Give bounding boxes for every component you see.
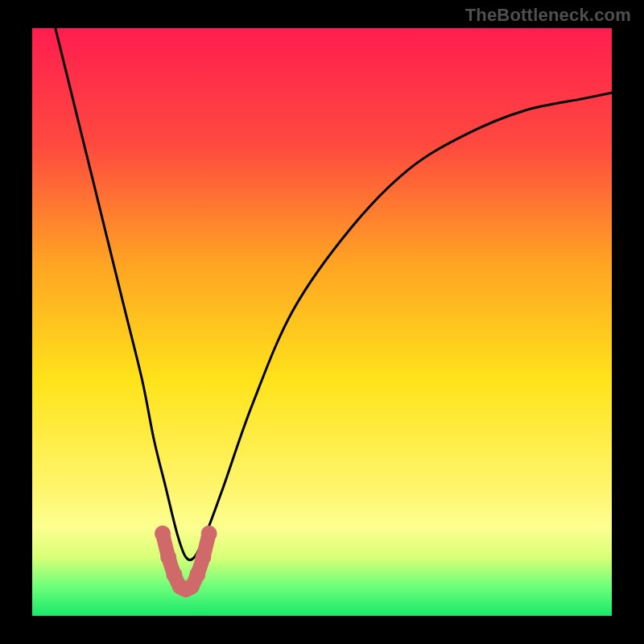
optimal-marker-dot <box>155 526 171 542</box>
optimal-marker-dot <box>189 567 205 583</box>
watermark-label: TheBottleneck.com <box>465 5 631 26</box>
optimal-marker-dot <box>195 549 211 565</box>
bottleneck-chart <box>0 0 644 644</box>
plot-area <box>32 28 612 616</box>
chart-frame: TheBottleneck.com <box>0 0 644 644</box>
optimal-marker-dot <box>201 526 217 542</box>
optimal-marker-dot <box>160 549 176 565</box>
